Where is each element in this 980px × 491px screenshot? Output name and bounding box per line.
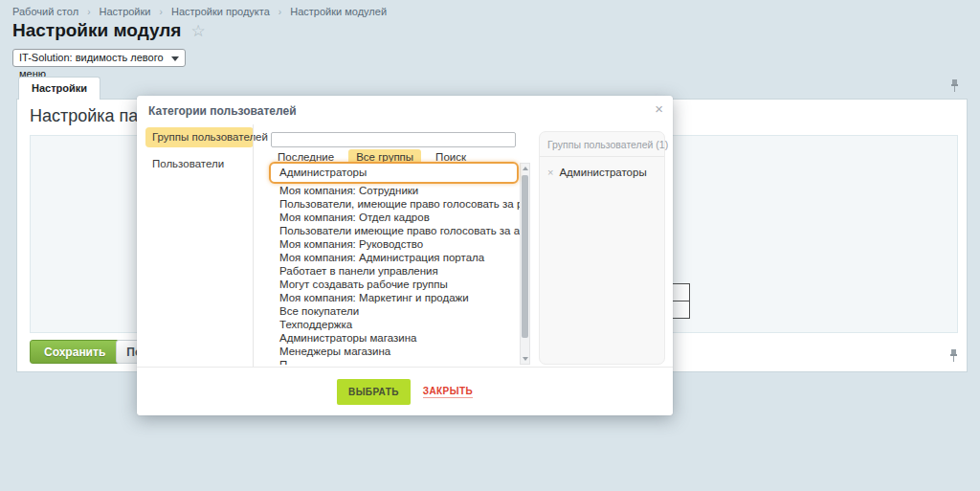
page: Рабочий стол › Настройки › Настройки про… xyxy=(0,0,980,491)
pin-icon-top[interactable] xyxy=(949,78,960,97)
breadcrumb-link-desktop[interactable]: Рабочий стол xyxy=(12,6,78,17)
scroll-down-icon[interactable] xyxy=(521,354,529,364)
breadcrumb-link-product-settings[interactable]: Настройки продукта xyxy=(171,6,270,17)
list-item[interactable]: Пользователи имеющие право голосовать за… xyxy=(269,224,520,237)
selected-chip-label: Администраторы xyxy=(559,167,646,178)
pushpin-icon xyxy=(949,78,960,93)
title-row: Настройки модуля ☆ xyxy=(12,20,206,41)
list-item[interactable]: Моя компания: Сотрудники xyxy=(269,184,520,197)
modal-title: Категории пользователей xyxy=(148,104,297,118)
list-item[interactable]: Моя компания: Отдел кадров xyxy=(269,211,520,224)
breadcrumb-link-settings[interactable]: Настройки xyxy=(100,6,151,17)
groups-list: Моя компания: Сотрудники Пользователи, и… xyxy=(269,184,520,365)
user-categories-modal: Категории пользователей × Группы пользов… xyxy=(137,96,673,415)
breadcrumb-separator: › xyxy=(278,7,281,17)
selected-panel-header: Группы пользователей (1) xyxy=(540,132,664,157)
list-item-clipped[interactable]: П xyxy=(269,358,520,365)
list-item[interactable]: Все покупатели xyxy=(269,304,520,318)
list-item[interactable]: Работает в панели управления xyxy=(269,264,520,278)
pushpin-icon xyxy=(948,348,959,363)
chevron-down-icon xyxy=(171,56,179,61)
list-item[interactable]: Моя компания: Руководство xyxy=(269,237,520,251)
selected-chip: × Администраторы xyxy=(540,157,664,178)
scroll-up-icon[interactable] xyxy=(521,164,529,173)
list-item[interactable]: Администраторы магазина xyxy=(269,331,520,345)
search-input[interactable] xyxy=(271,132,516,147)
breadcrumb-link-module-settings[interactable]: Настройки модулей xyxy=(290,6,387,17)
select-button[interactable]: ВЫБРАТЬ xyxy=(337,379,411,405)
module-select[interactable]: IT-Solution: видимость левого меню xyxy=(12,49,186,67)
modal-divider xyxy=(253,124,254,367)
modal-footer: ВЫБРАТЬ ЗАКРЫТЬ xyxy=(137,368,673,415)
remove-icon[interactable]: × xyxy=(547,167,553,178)
scrollbar-thumb[interactable] xyxy=(522,175,528,338)
close-button[interactable]: ЗАКРЫТЬ xyxy=(423,386,473,398)
page-title: Настройки модуля xyxy=(12,20,181,41)
list-item-selected[interactable]: Администраторы xyxy=(269,162,519,184)
list-item[interactable]: Могут создавать рабочие группы xyxy=(269,278,520,291)
breadcrumb: Рабочий стол › Настройки › Настройки про… xyxy=(12,6,387,17)
list-item[interactable]: Пользователи, имеющие право голосовать з… xyxy=(269,197,520,211)
list-item[interactable]: Техподдержка xyxy=(269,318,520,331)
module-select-value: IT-Solution: видимость левого меню xyxy=(19,52,164,79)
close-icon[interactable]: × xyxy=(655,101,663,116)
scrollbar[interactable] xyxy=(520,163,530,365)
list-item[interactable]: Моя компания: Маркетинг и продажи xyxy=(269,291,520,304)
list-item[interactable]: Менеджеры магазина xyxy=(269,345,520,358)
breadcrumb-separator: › xyxy=(160,7,163,17)
save-button[interactable]: Сохранить xyxy=(30,340,120,364)
tab-settings[interactable]: Настройки xyxy=(18,77,100,100)
selected-panel: Группы пользователей (1) × Администратор… xyxy=(539,131,665,365)
sidebar-item-users[interactable]: Пользователи xyxy=(145,154,254,174)
breadcrumb-separator: › xyxy=(87,7,90,17)
favorite-star-icon[interactable]: ☆ xyxy=(190,23,205,39)
sidebar-item-user-groups[interactable]: Группы пользователей xyxy=(145,127,254,147)
list-item[interactable]: Моя компания: Администрация портала xyxy=(269,251,520,264)
pin-icon-bottom[interactable] xyxy=(948,348,959,367)
